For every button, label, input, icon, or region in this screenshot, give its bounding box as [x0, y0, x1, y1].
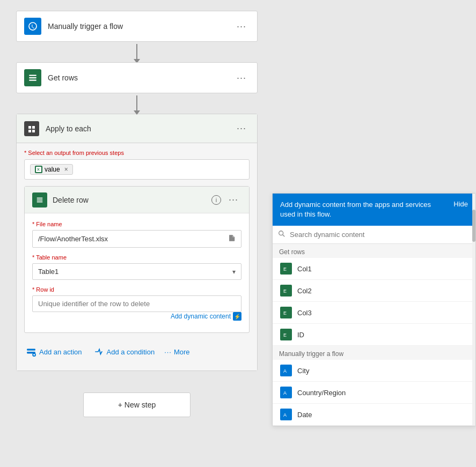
table-chevron-icon: ▾: [232, 268, 236, 276]
dynamic-search-input[interactable]: [290, 231, 470, 239]
dynamic-panel-header-text: Add dynamic content from the apps and se…: [280, 200, 447, 219]
table-name-label: * Table name: [32, 254, 241, 261]
dynamic-item-col3[interactable]: E Col3: [273, 302, 475, 324]
svg-line-11: [283, 235, 285, 237]
value-tag-label: value: [45, 166, 60, 173]
country-icon: A: [280, 387, 292, 398]
search-icon: [278, 230, 285, 239]
add-condition-label: Add a condition: [107, 348, 155, 356]
file-name-value: /Flow/AnotherTest.xlsx: [38, 235, 108, 243]
dynamic-item-city[interactable]: A City: [273, 360, 475, 382]
dynamic-item-col3-label: Col3: [297, 309, 312, 317]
inner-action-buttons: Add an action Add a condition ··· More: [24, 339, 250, 364]
date-icon: A: [280, 409, 292, 420]
delete-row-body: * File name /Flow/AnotherTest.xlsx * Tab…: [25, 213, 249, 332]
trigger-icon: [24, 18, 41, 35]
value-tag: value ×: [30, 164, 73, 175]
col1-icon: E: [280, 263, 292, 275]
get-rows-block: Get rows ···: [16, 62, 258, 93]
more-dots: ···: [164, 348, 172, 356]
svg-text:E: E: [283, 266, 287, 272]
panel-scrollbar-thumb: [472, 210, 475, 242]
add-dynamic-content-row: Add dynamic content ⚡: [32, 312, 241, 321]
file-name-label: * File name: [32, 221, 241, 227]
manual-trigger-section-title: Manually trigger a flow: [273, 346, 475, 360]
svg-text:A: A: [283, 368, 287, 374]
col2-icon: E: [280, 285, 292, 296]
arrow-1: [16, 44, 258, 60]
hide-panel-button[interactable]: Hide: [453, 200, 468, 208]
trigger-block: Manually trigger a flow ···: [16, 11, 258, 42]
file-name-input[interactable]: /Flow/AnotherTest.xlsx: [32, 230, 241, 248]
svg-point-10: [279, 231, 283, 235]
get-rows-icon: [24, 69, 41, 86]
delete-row-icon: [32, 192, 47, 207]
dynamic-panel-header: Add dynamic content from the apps and se…: [273, 194, 475, 226]
svg-rect-0: [29, 75, 36, 76]
delete-row-block: Delete row i ··· * File name /Flow/Anoth…: [24, 186, 250, 333]
info-icon[interactable]: i: [211, 195, 221, 205]
add-dynamic-label: Add dynamic content: [171, 313, 231, 320]
dynamic-item-date-label: Date: [297, 411, 312, 419]
row-id-label: * Row id: [32, 286, 241, 293]
add-condition-button[interactable]: Add a condition: [92, 345, 157, 359]
table-name-value: Table1: [38, 268, 58, 276]
city-icon: A: [280, 365, 292, 376]
dynamic-item-id[interactable]: E ID: [273, 324, 475, 346]
row-id-input[interactable]: [38, 300, 236, 308]
get-rows-ellipsis-button[interactable]: ···: [233, 70, 250, 86]
svg-text:A: A: [283, 390, 287, 396]
tag-excel-icon: [35, 166, 42, 173]
more-button[interactable]: ··· More: [164, 348, 189, 356]
new-step-container: + New step: [16, 382, 258, 428]
dynamic-item-city-label: City: [297, 367, 309, 375]
add-action-button[interactable]: Add an action: [24, 345, 84, 359]
dynamic-content-icon: ⚡: [233, 312, 241, 321]
dynamic-item-col2-label: Col2: [297, 287, 312, 295]
get-rows-title: Get rows: [48, 73, 233, 82]
row-id-input-container[interactable]: [32, 295, 241, 312]
dynamic-item-country-label: Country/Region: [297, 389, 346, 397]
svg-text:A: A: [283, 412, 287, 418]
svg-rect-2: [29, 79, 36, 80]
delete-row-ellipsis-button[interactable]: ···: [225, 192, 241, 207]
svg-text:E: E: [283, 310, 287, 316]
dynamic-item-id-label: ID: [297, 331, 304, 339]
apply-title: Apply to each: [46, 124, 233, 133]
add-dynamic-link[interactable]: Add dynamic content ⚡: [171, 312, 241, 321]
add-action-label: Add an action: [39, 348, 82, 356]
more-label: More: [174, 348, 190, 356]
value-tag-close[interactable]: ×: [64, 166, 68, 173]
apply-ellipsis-button[interactable]: ···: [233, 121, 250, 136]
trigger-title: Manually trigger a flow: [48, 22, 233, 31]
dynamic-search-bar: [273, 226, 475, 244]
dynamic-item-country[interactable]: A Country/Region: [273, 382, 475, 404]
table-name-dropdown[interactable]: Table1 ▾: [32, 263, 241, 280]
new-step-label: + New step: [118, 401, 156, 409]
svg-rect-1: [29, 77, 36, 78]
apply-to-each-block: Apply to each ··· * Select an output fro…: [16, 114, 258, 371]
get-rows-section-title: Get rows: [273, 244, 475, 258]
panel-scrollbar[interactable]: [472, 194, 475, 426]
new-step-button[interactable]: + New step: [83, 392, 191, 417]
select-output-label: * Select an output from previous steps: [24, 150, 250, 156]
svg-rect-7: [27, 349, 35, 350]
dynamic-item-col1[interactable]: E Col1: [273, 258, 475, 280]
dynamic-item-col1-label: Col1: [297, 265, 312, 273]
file-picker-icon: [228, 234, 236, 243]
dynamic-item-col2[interactable]: E Col2: [273, 280, 475, 302]
value-tag-container: value ×: [24, 159, 250, 180]
svg-rect-5: [37, 199, 43, 201]
svg-text:E: E: [283, 332, 287, 338]
dynamic-item-date[interactable]: A Date: [273, 404, 475, 426]
svg-text:E: E: [283, 288, 287, 294]
trigger-ellipsis-button[interactable]: ···: [233, 19, 250, 34]
apply-icon: [24, 121, 39, 136]
id-icon: E: [280, 329, 292, 340]
svg-rect-6: [37, 201, 43, 202]
delete-row-header: Delete row i ···: [25, 187, 249, 213]
col3-icon: E: [280, 307, 292, 318]
dynamic-content-panel: Add dynamic content from the apps and se…: [272, 193, 476, 426]
delete-row-title: Delete row: [53, 196, 211, 204]
apply-header: Apply to each ···: [17, 114, 257, 143]
